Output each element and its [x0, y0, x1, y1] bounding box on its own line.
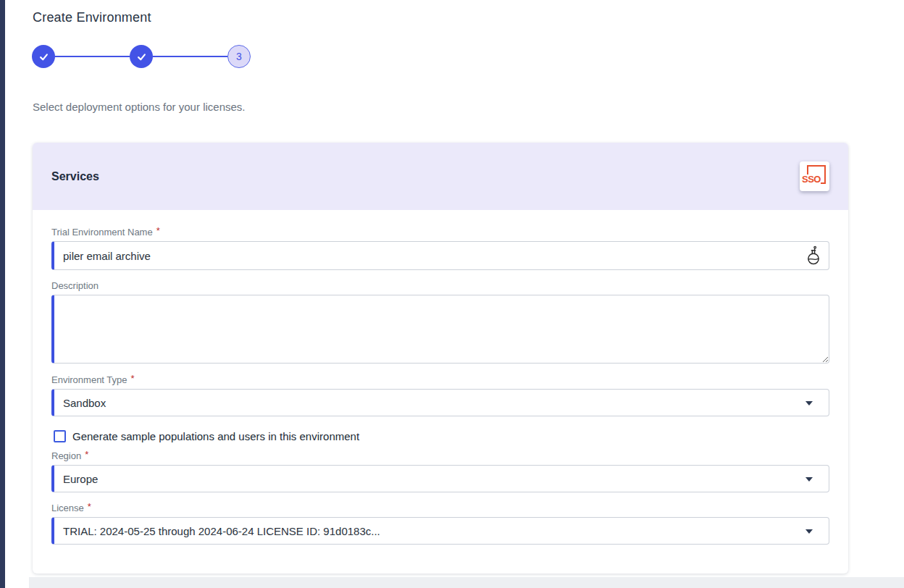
left-nav-rail	[0, 0, 5, 588]
trial-name-input[interactable]	[63, 242, 829, 269]
create-environment-page: Create Environment 3 Select deployment o…	[5, 0, 904, 588]
required-asterisk: *	[88, 503, 91, 511]
required-asterisk: *	[85, 450, 88, 459]
card-title: Services	[51, 170, 99, 183]
license-value: TRIAL: 2024-05-25 through 2024-06-24 LIC…	[63, 525, 380, 537]
chevron-down-icon	[805, 401, 813, 406]
sso-logo-icon: SSO	[800, 161, 829, 191]
services-card-header: Services SSO	[33, 143, 848, 210]
flask-icon[interactable]	[801, 242, 826, 269]
step-2-complete[interactable]	[130, 45, 153, 68]
page-background-strip	[29, 577, 904, 588]
check-icon	[136, 51, 147, 62]
required-asterisk: *	[156, 227, 160, 235]
step-1-complete[interactable]	[32, 45, 55, 68]
page-title: Create Environment	[33, 10, 904, 25]
license-select[interactable]: TRIAL: 2024-05-25 through 2024-06-24 LIC…	[51, 517, 829, 545]
region-value: Europe	[63, 473, 98, 485]
chevron-down-icon	[805, 477, 813, 482]
required-asterisk: *	[131, 374, 135, 383]
sample-populations-row: Generate sample populations and users in…	[54, 430, 829, 442]
sso-logo-text: SSO	[802, 175, 821, 185]
services-card-body: Trial Environment Name*	[33, 210, 848, 574]
step-number: 3	[236, 51, 242, 62]
wizard-stepper: 3	[32, 45, 904, 68]
trial-name-label: Trial Environment Name*	[51, 227, 829, 238]
sample-populations-label: Generate sample populations and users in…	[72, 430, 359, 442]
environment-type-label: Environment Type*	[51, 374, 829, 385]
step-connector	[55, 56, 130, 57]
environment-type-select[interactable]: Sandbox	[51, 389, 829, 416]
services-card: Services SSO Trial Environment Name*	[33, 143, 848, 574]
region-label: Region*	[51, 450, 829, 461]
page-subtitle: Select deployment options for your licen…	[33, 101, 904, 113]
license-label: License*	[51, 503, 829, 513]
sample-populations-checkbox[interactable]	[54, 430, 66, 442]
step-connector	[153, 56, 227, 57]
region-select[interactable]: Europe	[51, 465, 829, 492]
step-3-current[interactable]: 3	[227, 45, 251, 68]
description-textarea[interactable]	[51, 295, 829, 364]
trial-name-field-wrap	[51, 241, 829, 270]
environment-type-value: Sandbox	[63, 397, 106, 409]
check-icon	[38, 51, 49, 62]
chevron-down-icon	[805, 529, 813, 534]
description-label: Description	[51, 280, 829, 291]
